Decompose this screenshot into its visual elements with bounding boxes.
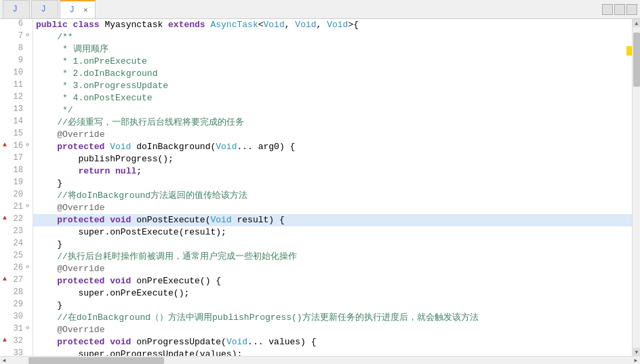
code-line: @Override: [33, 202, 632, 214]
fold-indicator[interactable]: ⊖: [26, 31, 33, 39]
gutter-row: 29: [0, 300, 33, 312]
gutter-row: 9: [0, 56, 33, 68]
gutter-row: ▲22: [0, 214, 33, 226]
line-number: 12: [9, 92, 26, 102]
line-number: 22: [9, 214, 26, 224]
line-number: 31: [9, 324, 26, 333]
code-line: protected void onPostExecute(Void result…: [33, 214, 632, 226]
code-line: //执行后台耗时操作前被调用，通常用户完成一些初始化操作: [33, 251, 632, 263]
line-marker: ▲: [0, 141, 9, 148]
scroll-up-arrow[interactable]: ▲: [633, 19, 640, 27]
java-icon-2: J: [39, 5, 48, 14]
tab-myasynctask[interactable]: J ✕: [60, 0, 96, 18]
gutter-row: 31⊖: [0, 324, 33, 336]
scroll-left-arrow[interactable]: ◀: [0, 357, 8, 365]
code-line: return null;: [33, 165, 632, 178]
line-number: 20: [9, 190, 26, 199]
tab-imagetest[interactable]: J: [31, 0, 58, 18]
gutter-row: 25: [0, 251, 33, 263]
tab-mainactivity[interactable]: J: [3, 0, 30, 18]
gutter-row: 24: [0, 239, 33, 251]
close-button[interactable]: [626, 4, 637, 15]
line-number: 21: [9, 202, 26, 211]
gutter-row: 28: [0, 287, 33, 300]
yellow-marker: [626, 46, 632, 56]
window-controls: [602, 4, 637, 15]
title-bar: J J J ✕: [0, 0, 640, 19]
code-line: @Override: [33, 129, 632, 141]
line-number: 9: [9, 56, 26, 65]
code-line: protected void onProgressUpdate(Void... …: [33, 336, 632, 348]
restore-button[interactable]: [614, 4, 625, 15]
line-number: 23: [9, 226, 26, 236]
scroll-down-arrow[interactable]: ▼: [633, 348, 640, 356]
java-icon-3: J: [67, 5, 77, 15]
code-line: /**: [33, 31, 632, 43]
line-number: 11: [9, 80, 26, 89]
line-number: 14: [9, 117, 26, 126]
gutter-row: 14: [0, 117, 33, 129]
fold-indicator[interactable]: ⊖: [26, 141, 33, 148]
scroll-thumb[interactable]: [633, 33, 640, 87]
gutter-row: 8: [0, 43, 33, 56]
code-line: */: [33, 104, 632, 117]
line-number: 30: [9, 312, 26, 321]
line-number: 8: [9, 43, 26, 53]
code-line: }: [33, 178, 632, 190]
code-line: @Override: [33, 324, 632, 336]
code-line: protected void onPreExecute() {: [33, 275, 632, 287]
line-number: 28: [9, 287, 26, 297]
line-number: 19: [9, 178, 26, 187]
gutter-row: 26⊖: [0, 263, 33, 275]
line-number: 24: [9, 239, 26, 248]
line-number: 16: [9, 141, 26, 150]
h-scroll-thumb[interactable]: [28, 357, 164, 364]
code-line: super.onPreExecute();: [33, 287, 632, 300]
gutter-row: 13: [0, 104, 33, 117]
code-line: protected Void doInBackground(Void... ar…: [33, 141, 632, 153]
gutter-row: 6: [0, 19, 33, 31]
line-number: 6: [9, 19, 26, 28]
gutter-row: 17: [0, 153, 33, 165]
scroll-right-arrow[interactable]: ▶: [632, 357, 640, 365]
line-number: 33: [9, 348, 26, 356]
gutter-row: 15: [0, 129, 33, 141]
gutter-row: 30: [0, 312, 33, 324]
gutter-row: 20: [0, 190, 33, 202]
code-line: //必须重写，一部执行后台线程将要完成的任务: [33, 117, 632, 129]
code-line: }: [33, 300, 632, 312]
right-scrollbar[interactable]: ▲ ▼: [632, 19, 640, 356]
code-line: }: [33, 239, 632, 251]
minimize-button[interactable]: [602, 4, 613, 15]
bottom-scrollbar[interactable]: ◀ ▶: [0, 356, 640, 364]
code-line: //将doInBackground方法返回的值传给该方法: [33, 190, 632, 202]
line-marker: ▲: [0, 336, 9, 344]
fold-indicator[interactable]: ⊖: [26, 263, 33, 270]
line-number: 25: [9, 251, 26, 260]
line-marker: ▲: [0, 275, 9, 283]
line-number: 18: [9, 165, 26, 175]
line-number: 7: [9, 31, 26, 41]
gutter-row: ▲27: [0, 275, 33, 287]
gutter-row: 23: [0, 226, 33, 239]
code-content: public class Myasynctask extends AsyncTa…: [33, 19, 632, 356]
gutter-row: 11: [0, 80, 33, 92]
code-line: super.onProgressUpdate(values);: [33, 348, 632, 356]
fold-indicator[interactable]: ⊖: [26, 324, 33, 331]
tab-close-button[interactable]: ✕: [83, 5, 88, 14]
code-line: public class Myasynctask extends AsyncTa…: [33, 19, 632, 31]
gutter-row: 10: [0, 68, 33, 80]
code-area[interactable]: public class Myasynctask extends AsyncTa…: [33, 19, 632, 356]
code-line: * 4.onPostExecute: [33, 92, 632, 104]
line-number: 13: [9, 104, 26, 114]
gutter-row: 7⊖: [0, 31, 33, 43]
line-number: 15: [9, 129, 26, 138]
code-line: * 2.doInBackground: [33, 68, 632, 80]
code-line: * 调用顺序: [33, 43, 632, 56]
code-line: super.onPostExecute(result);: [33, 226, 632, 239]
gutter-row: 18: [0, 165, 33, 178]
gutter-row: 12: [0, 92, 33, 104]
fold-indicator[interactable]: ⊖: [26, 202, 33, 209]
line-number: 10: [9, 68, 26, 77]
code-line: //在doInBackground（）方法中调用publishProgress(…: [33, 312, 632, 324]
